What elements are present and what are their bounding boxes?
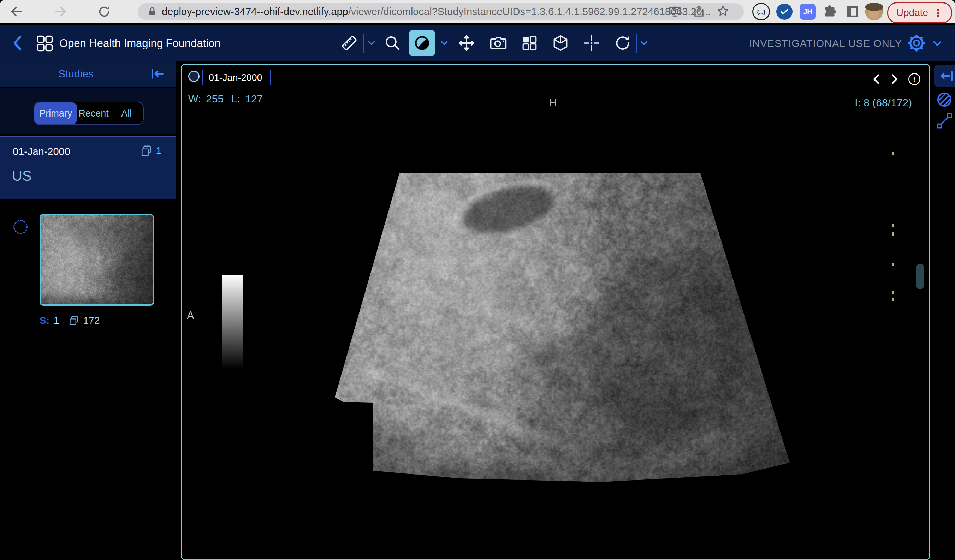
study-date: 01-Jan-2000 [13, 146, 70, 158]
layout-button[interactable] [518, 32, 540, 54]
ruler-icon [340, 34, 359, 52]
mpr-3d-button[interactable] [550, 32, 571, 54]
series-thumbnail[interactable] [39, 214, 154, 306]
profile-button[interactable] [865, 3, 883, 20]
measurements-panel-button[interactable] [936, 112, 953, 129]
browser-reload-button[interactable] [96, 3, 112, 20]
scale-tick [892, 263, 894, 266]
tab-primary[interactable]: Primary [34, 102, 77, 124]
zoom-tool-button[interactable] [382, 32, 403, 54]
chevron-down-icon [439, 38, 449, 48]
install-page-icon [668, 4, 682, 18]
ultrasound-image[interactable] [334, 173, 793, 485]
image-viewport[interactable]: 01-Jan-2000 W:255 L:127 H A i I: 8 (68/1… [181, 64, 930, 560]
chevron-down-icon [639, 38, 650, 48]
series-stack-icon [140, 145, 152, 157]
previous-series-button[interactable] [869, 71, 884, 87]
pan-tool-button[interactable] [456, 32, 478, 54]
expand-right-panel-button[interactable] [934, 65, 955, 87]
ohif-logo-icon [36, 34, 54, 54]
viewport-status-icon [188, 70, 200, 82]
share-icon [692, 4, 706, 18]
capture-button[interactable] [487, 32, 509, 54]
browser-toolbar: deploy-preview-3474--ohif-dev.netlify.ap… [0, 0, 955, 23]
next-series-button[interactable] [887, 71, 902, 87]
viewport-info-button[interactable]: i [906, 71, 922, 87]
pan-move-icon [457, 34, 476, 53]
layout-grid-icon [521, 34, 538, 52]
jh-extension-button[interactable]: JH [799, 3, 817, 20]
code-braces-icon: {...} [752, 3, 770, 20]
rotate-reset-icon [614, 34, 632, 52]
toolbar-divider [636, 34, 637, 53]
study-list-item[interactable]: 01-Jan-2000 1 US [0, 136, 175, 200]
overlay-divider [202, 70, 203, 85]
star-icon [716, 4, 730, 18]
thumbnail-caption: S: 1 172 [39, 315, 156, 326]
instances-count: 172 [83, 315, 100, 326]
settings-dropdown-button[interactable] [932, 38, 943, 50]
settings-button[interactable] [907, 34, 926, 54]
jh-badge-icon: JH [800, 3, 816, 20]
scale-tick [892, 298, 894, 301]
arrow-to-line-left-icon [939, 69, 954, 83]
contrast-icon [413, 34, 431, 52]
tab-window-button[interactable] [844, 3, 861, 20]
return-to-worklist-button[interactable] [10, 34, 26, 53]
chrome-update-button[interactable]: Update ⋮ [887, 2, 952, 23]
url-text: deploy-preview-3474--ohif-dev.netlify.ap… [162, 6, 711, 18]
crosshairs-button[interactable] [581, 32, 603, 54]
viewport-scrollbar-thumb[interactable] [916, 264, 924, 289]
measurement-dropdown-button[interactable] [365, 32, 379, 54]
address-bar[interactable]: deploy-preview-3474--ohif-dev.netlify.ap… [138, 3, 744, 20]
reset-view-button[interactable] [612, 32, 634, 54]
magnifier-icon [384, 34, 401, 52]
collapse-panel-button[interactable] [150, 67, 165, 82]
scale-tick [892, 291, 894, 294]
segmentation-panel-button[interactable] [936, 91, 953, 108]
window-level-tool-button[interactable] [409, 30, 435, 56]
window-icon [845, 5, 859, 19]
install-button[interactable] [668, 4, 682, 19]
image-index-overlay: I: 8 (68/172) [855, 97, 912, 109]
window-level-dropdown-button[interactable] [437, 32, 451, 54]
chevron-left-icon [10, 34, 26, 52]
more-vertical-icon: ⋮ [933, 7, 943, 19]
tab-recent[interactable]: Recent [77, 102, 110, 124]
extensions-button[interactable] [821, 3, 838, 20]
gear-icon [907, 34, 926, 53]
investigational-label: INVESTIGATIONAL USE ONLY [749, 38, 902, 49]
screen: deploy-preview-3474--ohif-dev.netlify.ap… [0, 0, 955, 560]
check-extension-button[interactable] [776, 3, 793, 20]
window-level-overlay: W:255 L:127 [188, 93, 263, 105]
studies-tabs-zone: Primary Recent All [0, 88, 175, 134]
crosshair-icon [582, 34, 601, 52]
scale-tick [892, 152, 894, 155]
app-header: Open Health Imaging Foundation [0, 25, 955, 61]
bookmark-button[interactable] [716, 4, 730, 19]
app-title: Open Health Imaging Foundation [59, 37, 221, 50]
puzzle-icon [822, 4, 837, 19]
devtools-extension-button[interactable]: {...} [752, 3, 770, 20]
tab-all[interactable]: All [110, 102, 143, 124]
camera-icon [489, 34, 507, 52]
grayscale-reference-bar [222, 275, 243, 369]
chevron-left-icon [871, 73, 881, 85]
collapse-left-icon [150, 67, 165, 81]
instances-stack-icon [69, 315, 79, 326]
chevron-down-icon [366, 38, 377, 48]
cube-3d-icon [551, 34, 570, 52]
browser-forward-button[interactable] [52, 3, 69, 20]
share-button[interactable] [692, 4, 706, 19]
series-number-label: S: [39, 315, 49, 326]
info-icon: i [908, 72, 921, 86]
more-tools-dropdown-button[interactable] [637, 32, 651, 54]
overlay-divider [270, 70, 271, 85]
toolbar-divider [363, 34, 364, 53]
measurement-tools-button[interactable] [338, 32, 360, 54]
studies-panel-header: Studies [0, 61, 175, 86]
study-modality: US [12, 168, 32, 184]
studies-panel-title: Studies [0, 68, 152, 80]
browser-back-button[interactable] [8, 3, 25, 20]
series-number-value: 1 [54, 315, 59, 326]
